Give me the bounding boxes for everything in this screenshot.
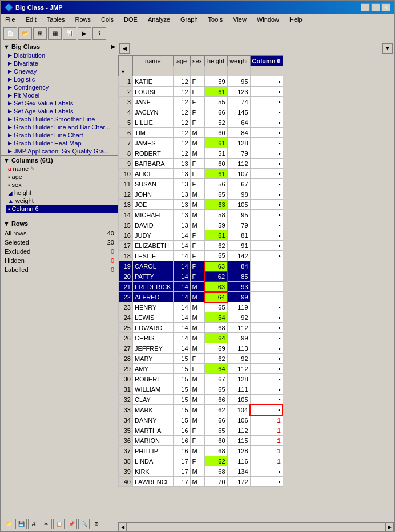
table-row[interactable]: 27JEFFREY14M69113• — [119, 343, 283, 354]
nav-graph-smoother[interactable]: ▶Graph Builder Smoother Line — [6, 115, 118, 123]
table-row[interactable]: 40LAWRENCE17M70172• — [119, 477, 283, 487]
table-row[interactable]: 3JANE12F5574• — [119, 97, 283, 107]
nav-distribution[interactable]: ▶Distribution — [6, 51, 118, 59]
bottom-icon-3[interactable]: 🖨 — [28, 519, 39, 529]
table-row[interactable]: 7JAMES12M61128• — [119, 138, 283, 148]
table-row[interactable]: 35MARTHA16F651121 — [119, 425, 283, 436]
tool-table[interactable]: ▦ — [48, 27, 62, 40]
table-row[interactable]: 32CLAY15M66105• — [119, 395, 283, 405]
col-height[interactable]: ◢ height — [6, 189, 118, 197]
table-row[interactable]: 39KIRK17M68134• — [119, 466, 283, 477]
scroll-left-btn[interactable]: ◀ — [118, 523, 127, 531]
bottom-icon-5[interactable]: 📋 — [53, 519, 65, 529]
table-row[interactable]: 23HENRY14M65119• — [119, 302, 283, 312]
tool-script[interactable]: ▶ — [78, 27, 91, 40]
bottom-icon-2[interactable]: 💾 — [15, 519, 27, 529]
table-row[interactable]: 29AMY15F64112• — [119, 364, 283, 374]
nav-graph-heat[interactable]: ▶Graph Builder Heat Map — [6, 139, 118, 147]
table-row[interactable]: 12JOHN13M6598• — [119, 189, 283, 200]
table-row[interactable]: 22ALFRED14M6499• — [119, 292, 283, 302]
tool-grid[interactable]: ⊞ — [33, 27, 47, 40]
collapse-arrow[interactable]: ◀ — [119, 43, 130, 54]
table-row[interactable]: 19CAROL14F6384• — [119, 261, 283, 271]
menu-rows[interactable]: Rows — [74, 15, 93, 23]
nav-bivariate[interactable]: ▶Bivariate — [6, 59, 118, 67]
table-row[interactable]: 21FREDERICK14M6393• — [119, 282, 283, 292]
table-row[interactable]: 36MARION16F601151 — [119, 436, 283, 446]
table-row[interactable]: 16JUDY14F6181• — [119, 230, 283, 241]
table-row[interactable]: 14MICHAEL13M5895• — [119, 210, 283, 220]
nav-set-age[interactable]: ▶Set Age Value Labels — [6, 107, 118, 115]
menu-tools[interactable]: Tools — [207, 15, 225, 23]
nav-oneway[interactable]: ▶Oneway — [6, 67, 118, 75]
table-row[interactable]: 38LINDA17F621161 — [119, 456, 283, 466]
tool-new[interactable]: 📄 — [3, 27, 17, 40]
menu-file[interactable]: File — [3, 15, 17, 23]
nav-graph-line[interactable]: ▶Graph Builder Line Chart — [6, 131, 118, 139]
menu-tables[interactable]: Tables — [45, 15, 67, 23]
table-row[interactable]: 37PHILLIP16M681281 — [119, 446, 283, 456]
header-col6[interactable]: Column 6 — [250, 56, 283, 66]
bottom-icon-7[interactable]: 🔍 — [78, 519, 90, 529]
menu-analyze[interactable]: Analyze — [146, 15, 172, 23]
nav-contingency[interactable]: ▶Contingency — [6, 83, 118, 91]
header-height[interactable]: height — [204, 56, 227, 66]
table-row[interactable]: 8ROBERT12M5179• — [119, 148, 283, 159]
menu-doe[interactable]: DOE — [122, 15, 139, 23]
table-row[interactable]: 24LEWIS14M6492• — [119, 312, 283, 323]
header-weight[interactable]: weight — [227, 56, 250, 66]
table-row[interactable]: 1KATIE12F5995• — [119, 76, 283, 87]
menu-graph[interactable]: Graph — [179, 15, 200, 23]
rows-header[interactable]: ▼ Rows — [1, 219, 118, 228]
col-age[interactable]: ▪ age — [6, 173, 118, 181]
nav-set-sex[interactable]: ▶Set Sex Value Labels — [6, 99, 118, 107]
header-name[interactable]: name — [133, 56, 174, 66]
table-row[interactable]: 13JOE13M63105• — [119, 200, 283, 210]
tool-info[interactable]: ℹ — [92, 27, 106, 40]
menu-window[interactable]: Window — [255, 15, 281, 23]
menu-edit[interactable]: Edit — [24, 15, 38, 23]
scroll-right-btn[interactable]: ▶ — [385, 523, 394, 531]
close-button[interactable]: × — [381, 3, 390, 11]
nav-jmp-app[interactable]: ▶JMP Application: Six Quality Gra... — [6, 147, 118, 155]
big-class-header[interactable]: ▼ Big Class ▶ — [1, 42, 118, 51]
col-weight[interactable]: ▲ weight — [6, 197, 118, 205]
header-sex[interactable]: sex — [190, 56, 204, 66]
bottom-icon-4[interactable]: ✂ — [41, 519, 52, 529]
table-row[interactable]: 33MARK15M62104• — [119, 405, 283, 415]
bottom-icon-1[interactable]: 📁 — [3, 519, 14, 529]
table-row[interactable]: 17ELIZABETH14F6291• — [119, 241, 283, 251]
data-table-container[interactable]: name age sex height weight Column 6 ▼ — [118, 55, 394, 522]
table-row[interactable]: 6TIM12M6084• — [119, 128, 283, 138]
menu-help[interactable]: Help — [288, 15, 304, 23]
table-row[interactable]: 10ALICE13F61107• — [119, 169, 283, 179]
table-row[interactable]: 5LILLIE12F5264• — [119, 117, 283, 128]
header-age[interactable]: age — [173, 56, 190, 66]
scroll-track[interactable] — [127, 523, 385, 531]
menu-cols[interactable]: Cols — [99, 15, 115, 23]
table-row[interactable]: 30ROBERT15M67128• — [119, 374, 283, 384]
table-row[interactable]: 11SUSAN13F5667• — [119, 179, 283, 189]
table-row[interactable]: 18LESLIE14F65142• — [119, 251, 283, 261]
table-row[interactable]: 31WILLIAM15M65111• — [119, 384, 283, 395]
table-row[interactable]: 9BARBARA13F60112• — [119, 159, 283, 169]
nav-graph-bar[interactable]: ▶Graph Builder Line and Bar Char... — [6, 123, 118, 131]
tool-open[interactable]: 📂 — [18, 27, 32, 40]
tool-chart[interactable]: 📊 — [63, 27, 76, 40]
col-name[interactable]: a name ✎ — [6, 165, 118, 173]
table-row[interactable]: 26CHRIS14M6499• — [119, 333, 283, 343]
minimize-button[interactable]: _ — [361, 3, 370, 11]
col-column6[interactable]: ▪ Column 6 — [6, 205, 118, 213]
columns-header[interactable]: ▼ Columns (6/1) — [1, 156, 118, 165]
table-row[interactable]: 28MARY15F6292• — [119, 354, 283, 364]
table-row[interactable]: 20PATTY14F6285• — [119, 271, 283, 282]
maximize-button[interactable]: □ — [371, 3, 380, 11]
col-sex[interactable]: ▪ sex — [6, 181, 118, 189]
bottom-icon-8[interactable]: ⚙ — [91, 519, 102, 529]
table-row[interactable]: 25EDWARD14M68112• — [119, 323, 283, 333]
bottom-icon-6[interactable]: 📌 — [66, 519, 77, 529]
table-row[interactable]: 34DANNY15M661061 — [119, 415, 283, 425]
nav-logistic[interactable]: ▶Logistic — [6, 75, 118, 83]
table-row[interactable]: 15DAVID13M5979• — [119, 220, 283, 230]
filter-arrow[interactable]: ▼ — [382, 43, 393, 54]
